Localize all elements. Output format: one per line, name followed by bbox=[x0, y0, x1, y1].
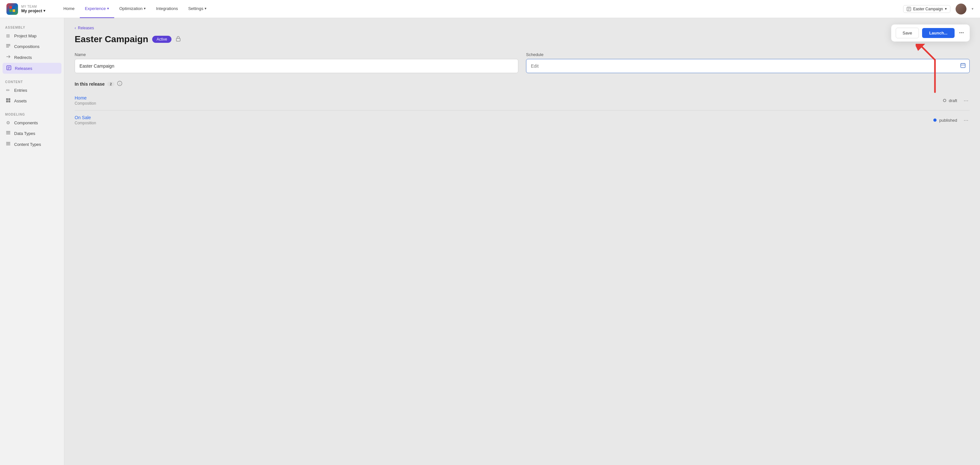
nav-experience[interactable]: Experience ▾ bbox=[80, 0, 114, 18]
release-item: On Sale Composition published ··· bbox=[75, 110, 970, 130]
nav-home[interactable]: Home bbox=[58, 0, 80, 18]
svg-rect-17 bbox=[8, 98, 10, 100]
settings-chevron-icon: ▾ bbox=[205, 6, 207, 11]
release-item-name[interactable]: Home bbox=[75, 95, 943, 101]
svg-rect-3 bbox=[13, 10, 15, 12]
release-item-info: On Sale Composition bbox=[75, 115, 933, 125]
status-label: published bbox=[939, 118, 957, 123]
sidebar-item-label: Redirects bbox=[14, 55, 32, 60]
logo-area[interactable]: MY TEAM My project ▾ bbox=[6, 3, 45, 15]
release-item-name[interactable]: On Sale bbox=[75, 115, 933, 120]
svg-rect-23 bbox=[6, 142, 10, 143]
project-chevron-icon: ▾ bbox=[43, 9, 45, 13]
project-name[interactable]: My project ▾ bbox=[21, 8, 45, 13]
nav-integrations[interactable]: Integrations bbox=[151, 0, 183, 18]
page-title: Easter Campaign bbox=[75, 34, 148, 45]
calendar-icon bbox=[960, 62, 966, 70]
main-content: ‹ Releases Easter Campaign Active Name S… bbox=[64, 18, 980, 465]
svg-rect-20 bbox=[6, 131, 10, 132]
item-more-button[interactable]: ··· bbox=[962, 97, 970, 104]
svg-text:i: i bbox=[119, 82, 120, 85]
sidebar-item-label: Project Map bbox=[14, 34, 37, 38]
sidebar-item-assets[interactable]: Assets bbox=[0, 95, 64, 106]
lock-icon[interactable] bbox=[175, 36, 181, 43]
sidebar-item-label: Releases bbox=[15, 66, 32, 71]
in-release-title: In this release bbox=[75, 81, 105, 86]
item-more-button[interactable]: ··· bbox=[962, 117, 970, 124]
info-icon[interactable]: i bbox=[117, 81, 122, 87]
back-arrow-icon: ‹ bbox=[75, 26, 76, 30]
name-input[interactable] bbox=[75, 59, 518, 73]
status-badge: Active bbox=[152, 36, 172, 43]
campaign-name: Easter Campaign bbox=[913, 7, 943, 11]
campaign-selector[interactable]: Easter Campaign ▾ bbox=[903, 5, 950, 13]
release-item-info: Home Composition bbox=[75, 95, 943, 105]
status-label: draft bbox=[949, 98, 957, 103]
schedule-input[interactable] bbox=[526, 59, 970, 73]
in-release-count: 2 bbox=[107, 82, 114, 86]
release-item-status: published ··· bbox=[933, 117, 970, 124]
sidebar-item-label: Entries bbox=[14, 88, 27, 93]
name-field-group: Name bbox=[75, 52, 518, 73]
sidebar-item-compositions[interactable]: Compositions bbox=[0, 41, 64, 52]
sidebar-item-label: Data Types bbox=[14, 131, 35, 136]
campaign-chevron-icon: ▾ bbox=[945, 7, 947, 11]
more-actions-button[interactable]: ··· bbox=[958, 30, 965, 37]
experience-chevron-icon: ▾ bbox=[107, 6, 109, 11]
data-types-icon bbox=[5, 130, 11, 136]
nav-settings[interactable]: Settings ▾ bbox=[183, 0, 212, 18]
svg-rect-19 bbox=[8, 101, 10, 102]
release-item-type: Composition bbox=[75, 101, 943, 105]
release-list: Home Composition draft ··· On Sale Compo… bbox=[75, 91, 970, 130]
redirects-icon bbox=[5, 54, 11, 60]
sidebar-item-components[interactable]: ⚙ Components bbox=[0, 118, 64, 128]
releases-icon bbox=[6, 66, 11, 71]
sidebar-item-redirects[interactable]: Redirects bbox=[0, 52, 64, 63]
logo-icon bbox=[6, 3, 18, 15]
components-icon: ⚙ bbox=[5, 120, 11, 125]
svg-rect-8 bbox=[6, 44, 10, 45]
modeling-section-title: MODELING bbox=[0, 110, 64, 118]
svg-rect-22 bbox=[6, 134, 10, 134]
svg-rect-26 bbox=[176, 38, 180, 41]
project-map-icon: ⊞ bbox=[5, 33, 11, 38]
svg-rect-25 bbox=[6, 145, 10, 145]
sidebar-item-label: Content Types bbox=[14, 142, 41, 147]
svg-rect-16 bbox=[6, 98, 8, 100]
assets-icon bbox=[5, 98, 11, 104]
sidebar-item-content-types[interactable]: Content Types bbox=[0, 139, 64, 150]
sidebar-item-entries[interactable]: ✏ Entries bbox=[0, 85, 64, 95]
sidebar-item-label: Compositions bbox=[14, 44, 40, 49]
svg-rect-1 bbox=[13, 6, 15, 9]
svg-rect-24 bbox=[6, 143, 10, 144]
sidebar: ASSEMBLY ⊞ Project Map Compositions Redi… bbox=[0, 18, 64, 465]
main-layout: ASSEMBLY ⊞ Project Map Compositions Redi… bbox=[0, 18, 980, 465]
action-bar: Save Launch... ··· bbox=[891, 24, 970, 42]
svg-rect-9 bbox=[6, 45, 10, 46]
optimization-chevron-icon: ▾ bbox=[144, 6, 146, 11]
assembly-section-title: ASSEMBLY bbox=[0, 23, 64, 30]
sidebar-item-releases[interactable]: Releases bbox=[3, 63, 62, 74]
top-navigation: MY TEAM My project ▾ Home Experience ▾ O… bbox=[0, 0, 980, 18]
svg-rect-27 bbox=[961, 64, 965, 68]
content-section-title: CONTENT bbox=[0, 78, 64, 85]
sidebar-item-project-map[interactable]: ⊞ Project Map bbox=[0, 30, 64, 41]
breadcrumb-label: Releases bbox=[78, 26, 94, 30]
avatar-chevron-icon[interactable]: ▾ bbox=[972, 7, 974, 11]
sidebar-item-label: Assets bbox=[14, 99, 27, 103]
status-dot-draft bbox=[943, 99, 946, 102]
compositions-icon bbox=[5, 43, 11, 49]
sidebar-item-data-types[interactable]: Data Types bbox=[0, 128, 64, 139]
nav-links: Home Experience ▾ Optimization ▾ Integra… bbox=[58, 0, 903, 18]
name-label: Name bbox=[75, 52, 518, 57]
breadcrumb[interactable]: ‹ Releases bbox=[75, 26, 970, 30]
save-button[interactable]: Save bbox=[896, 28, 919, 38]
user-avatar[interactable] bbox=[956, 3, 966, 14]
sidebar-item-label: Components bbox=[14, 120, 38, 125]
launch-button[interactable]: Launch... bbox=[922, 28, 955, 38]
nav-optimization[interactable]: Optimization ▾ bbox=[114, 0, 151, 18]
schedule-field-group: Schedule bbox=[526, 52, 970, 73]
svg-rect-0 bbox=[10, 6, 12, 9]
form-row: Name Schedule bbox=[75, 52, 970, 73]
svg-rect-21 bbox=[6, 133, 10, 133]
